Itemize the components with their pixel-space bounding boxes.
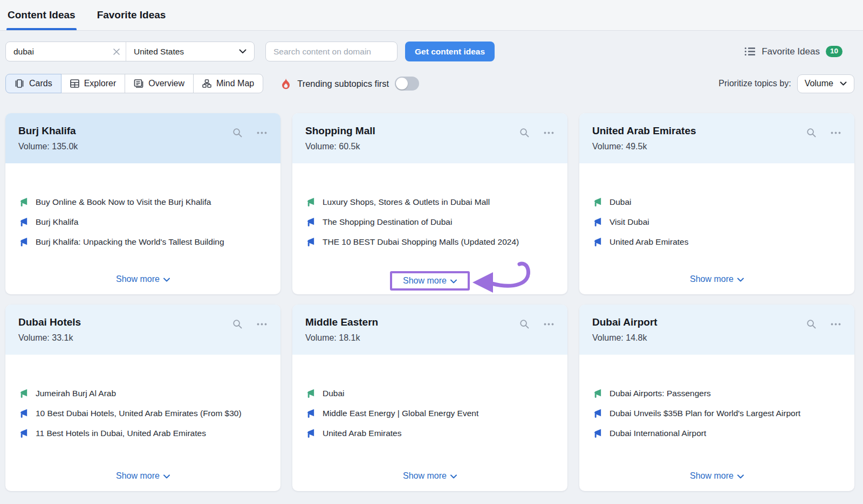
headline-item: Burj Khalifa: Unpacking the World's Tall… [18,236,268,248]
show-more-label: Show more [690,471,734,481]
card-volume: Volume: 49.5k [592,142,841,151]
headline-item: 10 Best Dubai Hotels, United Arab Emirat… [18,407,268,419]
megaphone-icon [305,237,316,247]
card-footer: Show more [5,461,280,491]
megaphone-icon [18,197,29,207]
page-tabs-bar: Content Ideas Favorite Ideas [0,0,863,31]
card-menu-icon[interactable] [543,127,554,139]
toggle-knob [396,78,408,89]
card-footer: Show more [579,461,854,491]
show-more-link[interactable]: Show more [690,274,744,284]
headline-text: 11 Best Hotels in Dubai, United Arab Emi… [36,427,206,439]
show-more-link[interactable]: Show more [690,471,744,481]
list-icon [744,46,756,57]
megaphone-icon [18,237,29,247]
trending-toggle-label: Trending subtopics first [297,79,389,89]
trending-toggle[interactable] [395,77,419,91]
card-search-icon[interactable] [232,319,243,330]
get-content-ideas-button[interactable]: Get content ideas [405,42,495,61]
megaphone-icon [305,217,316,227]
card-menu-icon[interactable] [256,127,268,139]
card-title: Middle Eastern [305,316,554,328]
view-tab-mind-map[interactable]: Mind Map [193,74,263,93]
card-menu-icon[interactable] [256,319,268,330]
card-footer: Show more [292,264,567,294]
megaphone-icon [305,388,316,398]
show-more-link[interactable]: Show more [403,276,457,286]
card-search-icon[interactable] [806,127,817,139]
card-search-icon[interactable] [806,319,817,330]
clear-keyword-icon[interactable] [113,48,120,56]
topic-card-dubai-hotels: Dubai Hotels Volume: 33.1k [5,305,280,491]
domain-search-input[interactable] [265,42,398,61]
headline-text: Luxury Shops, Stores & Outlets in Dubai … [323,196,490,208]
prioritize-label: Prioritize topics by: [718,79,791,88]
headline-item: United Arab Emirates [305,427,554,439]
view-tab-cards[interactable]: Cards [5,74,61,93]
headline-item: Buy Online & Book Now to Visit the Burj … [18,196,268,208]
card-body: Jumeirah Burj Al Arab 10 Best Dubai Hote… [5,355,280,461]
topic-card-shopping-mall: Shopping Mall Volume: 60.5k [292,113,567,294]
card-menu-icon[interactable] [543,319,554,330]
keyword-country-group: United States [5,42,255,61]
chevron-down-icon [450,474,457,479]
show-more-link[interactable]: Show more [116,471,170,481]
view-switcher: Cards Explorer Overview [5,74,263,93]
show-more-link[interactable]: Show more [116,274,170,284]
view-tab-explorer[interactable]: Explorer [61,74,126,93]
favorite-ideas-button[interactable]: Favorite Ideas 10 [744,46,843,57]
headline-item: THE 10 BEST Dubai Shopping Malls (Update… [305,236,554,248]
filters-area: United States Get content ideas Favorite… [0,31,863,93]
card-header: Dubai Hotels Volume: 33.1k [5,305,280,355]
chevron-down-icon [840,81,847,86]
tab-content-ideas-label: Content Ideas [8,9,76,21]
megaphone-icon [592,197,602,207]
favorite-ideas-label: Favorite Ideas [762,46,820,57]
megaphone-icon [305,408,316,418]
card-volume: Volume: 135.0k [18,142,268,151]
show-more-link[interactable]: Show more [403,471,457,481]
sort-selected-value: Volume [805,79,833,88]
tab-favorite-ideas[interactable]: Favorite Ideas [96,0,167,30]
card-search-icon[interactable] [232,127,243,139]
card-header: United Arab Emirates Volume: 49.5k [579,113,854,163]
country-select[interactable]: United States [126,42,254,61]
headline-item: Dubai Airports: Passengers [592,387,841,399]
headline-text: Middle East Energy | Global Energy Event [323,407,478,419]
view-tab-overview[interactable]: Overview [125,74,194,93]
card-body: Dubai Visit Dubai United Arab Emirates [579,163,854,264]
card-header: Burj Khalifa Volume: 135.0k [5,113,280,163]
card-title: Dubai Airport [592,316,841,328]
headline-text: Visit Dubai [609,216,649,228]
annotation-arrow-icon [470,259,543,294]
card-search-icon[interactable] [519,319,530,330]
headline-item: Luxury Shops, Stores & Outlets in Dubai … [305,196,554,208]
cards-view-icon [15,79,24,88]
headline-text: Burj Khalifa [36,216,78,228]
show-more-label: Show more [116,274,160,284]
card-header: Dubai Airport Volume: 14.8k [579,305,854,355]
headline-item: Burj Khalifa [18,216,268,228]
card-body: Buy Online & Book Now to Visit the Burj … [5,163,280,264]
card-search-icon[interactable] [519,127,530,139]
trending-subtopics-control: Trending subtopics first [280,77,419,91]
headline-item: Dubai [592,196,841,208]
chevron-down-icon [737,474,744,479]
country-selected-value: United States [134,47,184,57]
tab-content-ideas[interactable]: Content Ideas [6,0,77,30]
chevron-down-icon [239,49,246,54]
headline-text: Buy Online & Book Now to Visit the Burj … [36,196,211,208]
chevron-down-icon [163,278,170,282]
headline-text: 10 Best Dubai Hotels, United Arab Emirat… [36,407,242,419]
card-menu-icon[interactable] [830,127,841,139]
show-more-label: Show more [116,471,160,481]
sort-select[interactable]: Volume [797,74,854,93]
keyword-input[interactable] [6,42,126,61]
show-more-label: Show more [690,274,734,284]
favorites-count-badge: 10 [826,46,843,57]
overview-view-icon [134,79,143,88]
topic-card-dubai-airport: Dubai Airport Volume: 14.8k [579,305,854,491]
card-menu-icon[interactable] [830,319,841,330]
headline-item: Middle East Energy | Global Energy Event [305,407,554,419]
megaphone-icon [592,408,602,418]
